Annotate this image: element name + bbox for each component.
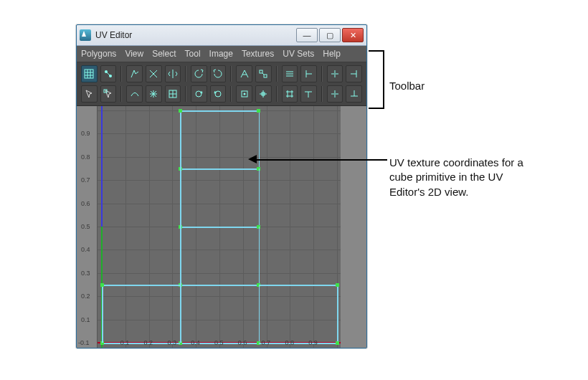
svg-rect-3 xyxy=(260,70,262,73)
grid-snap-icon[interactable] xyxy=(282,85,298,103)
rotate-cw-icon[interactable] xyxy=(236,65,252,82)
uv-canvas[interactable] xyxy=(98,106,341,348)
axis-h-gutter: 0.10.20.30.40.50.60.70.80.9 xyxy=(97,336,366,348)
svg-point-7 xyxy=(196,91,201,97)
align-v-top-icon[interactable] xyxy=(300,85,317,103)
close-button[interactable]: ✕ xyxy=(342,28,364,42)
cycle-back-icon[interactable] xyxy=(210,85,227,103)
menu-select[interactable]: Select xyxy=(152,49,176,59)
align-u-left-icon[interactable] xyxy=(300,65,317,82)
select-edge-icon[interactable] xyxy=(100,85,117,103)
annotation-uv-coords: UV texture coordinates for a cube primit… xyxy=(389,156,533,199)
uv-lattice-icon[interactable] xyxy=(81,65,98,82)
select-shell-icon[interactable] xyxy=(81,85,98,103)
toolbar-row-2 xyxy=(81,85,362,103)
annotation-arrow-head xyxy=(248,155,257,163)
menu-textures[interactable]: Textures xyxy=(242,49,274,59)
align-extra-icon[interactable] xyxy=(346,65,362,82)
app-icon xyxy=(80,29,91,41)
menu-image[interactable]: Image xyxy=(209,49,233,59)
toolbar xyxy=(77,62,366,106)
center-icon[interactable] xyxy=(255,85,272,103)
grid-icon[interactable] xyxy=(165,85,181,103)
menu-uvsets[interactable]: UV Sets xyxy=(283,49,314,59)
svg-rect-4 xyxy=(264,75,267,77)
cut-uv-icon[interactable] xyxy=(146,65,162,82)
uv-smudge-icon[interactable] xyxy=(100,65,117,82)
maximize-button[interactable]: ▢ xyxy=(319,28,341,42)
layout-icon[interactable] xyxy=(282,65,298,82)
normalize-icon[interactable] xyxy=(236,85,252,103)
menu-help[interactable]: Help xyxy=(323,49,341,59)
minimize-button[interactable]: — xyxy=(296,28,318,42)
svg-point-8 xyxy=(215,91,221,97)
uv-viewport[interactable]: 0.10.20.30.40.50.60.70.80.9-0.1 0.10.20.… xyxy=(77,106,366,348)
flip-u-icon[interactable] xyxy=(165,65,181,82)
snap-icon[interactable] xyxy=(146,85,162,103)
right-gutter xyxy=(341,106,366,348)
titlebar[interactable]: UV Editor — ▢ ✕ xyxy=(77,25,366,46)
menu-tool[interactable]: Tool xyxy=(185,49,201,59)
annotation-toolbar: Toolbar xyxy=(389,79,425,93)
menu-view[interactable]: View xyxy=(125,49,143,59)
axis-v-gutter: 0.10.20.30.40.50.60.70.80.9-0.1 xyxy=(77,106,98,348)
flip-v-icon[interactable] xyxy=(191,65,207,82)
align-v-bottom-icon[interactable] xyxy=(327,85,343,103)
cycle-icon[interactable] xyxy=(191,85,207,103)
annotation-arrow xyxy=(257,159,387,161)
menubar: Polygons View Select Tool Image Textures… xyxy=(77,46,366,62)
uv-editor-window: UV Editor — ▢ ✕ Polygons View Select Too… xyxy=(76,24,367,348)
align-extra2-icon[interactable] xyxy=(346,85,362,103)
unfold-icon[interactable] xyxy=(255,65,272,82)
relax-icon[interactable] xyxy=(126,85,143,103)
toolbar-bracket xyxy=(369,50,384,109)
menu-polygons[interactable]: Polygons xyxy=(81,49,116,59)
svg-point-10 xyxy=(243,93,245,95)
svg-rect-0 xyxy=(85,70,93,78)
window-title: UV Editor xyxy=(95,30,132,40)
move-sew-icon[interactable] xyxy=(126,65,143,82)
align-u-right-icon[interactable] xyxy=(327,65,343,82)
rotate-ccw-icon[interactable] xyxy=(210,65,227,82)
toolbar-row-1 xyxy=(81,65,362,82)
